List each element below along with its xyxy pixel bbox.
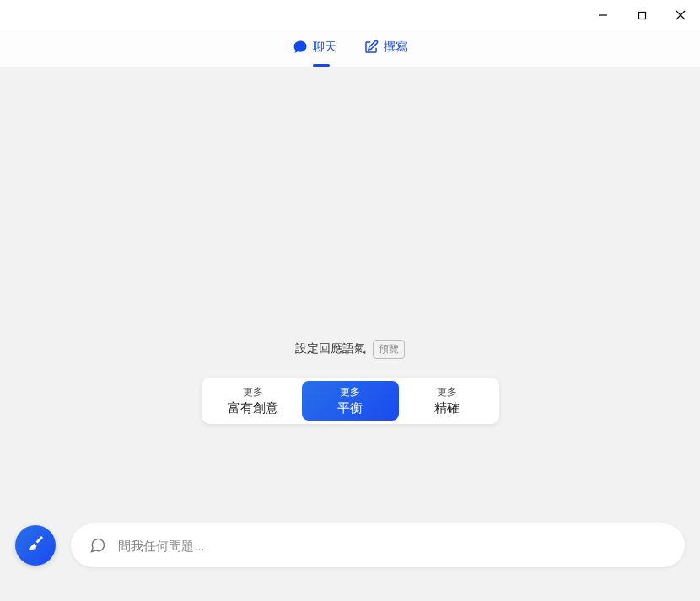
maximize-button[interactable] [622, 0, 661, 30]
minimize-button[interactable] [584, 0, 622, 30]
tone-option-prefix: 更多 [310, 386, 390, 400]
tab-chat[interactable]: 聊天 [293, 40, 337, 58]
tone-option-prefix: 更多 [213, 386, 293, 400]
tone-option-balanced[interactable]: 更多 平衡 [302, 381, 399, 421]
new-topic-button[interactable] [15, 525, 56, 566]
svg-rect-1 [638, 12, 645, 19]
tone-option-creative[interactable]: 更多 富有創意 [205, 381, 302, 421]
search-input[interactable] [118, 539, 666, 553]
tone-option-precise[interactable]: 更多 精確 [399, 381, 496, 421]
close-button[interactable] [661, 0, 700, 30]
tone-option-label: 精確 [407, 400, 487, 416]
tone-option-prefix: 更多 [407, 386, 487, 400]
tone-option-label: 富有創意 [213, 400, 293, 416]
chat-bubble-icon [293, 40, 308, 55]
mode-tabs: 聊天 撰寫 [0, 30, 700, 67]
chat-outline-icon [89, 537, 106, 554]
tab-chat-label: 聊天 [313, 40, 337, 55]
compose-box[interactable] [71, 523, 685, 567]
tone-chooser: 更多 富有創意 更多 平衡 更多 精確 [202, 378, 499, 424]
input-bar [15, 523, 685, 567]
tab-compose[interactable]: 撰寫 [363, 40, 407, 58]
tone-heading-row: 設定回應語氣 預覽 [295, 340, 405, 359]
main-content: 設定回應語氣 預覽 更多 富有創意 更多 平衡 更多 精確 [0, 67, 700, 601]
broom-icon [25, 534, 46, 557]
window-titlebar [0, 0, 700, 30]
tab-compose-label: 撰寫 [384, 40, 407, 55]
preview-badge: 預覽 [373, 340, 405, 359]
compose-icon [363, 40, 379, 55]
tone-option-label: 平衡 [310, 400, 390, 416]
tone-label: 設定回應語氣 [295, 341, 366, 357]
